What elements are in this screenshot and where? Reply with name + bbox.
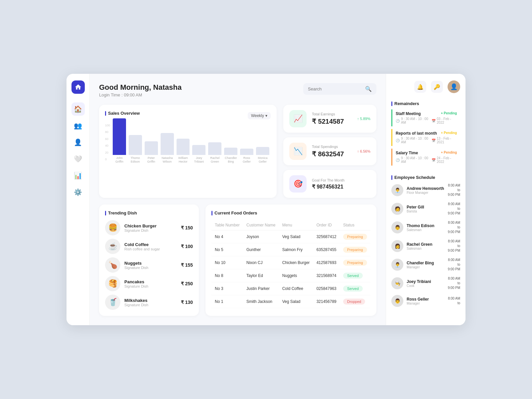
cell-status: Served	[340, 282, 370, 295]
dish-subtitle: Signature Dish	[124, 303, 148, 307]
sidebar-item-settings[interactable]: ⚙️	[71, 186, 85, 199]
bar-item: John Griffin	[113, 118, 126, 164]
bar-label: Rachel Green	[208, 156, 221, 164]
table-row: No 1 Smith Jackson Veg Salad 321456789 D…	[211, 295, 370, 308]
reminder-item: Salary Time + Pending 🕐 9 : 30 AM - 10 :…	[391, 149, 460, 166]
col-orderid: Order ID	[313, 220, 340, 230]
col-status: Status	[340, 220, 370, 230]
sidebar-item-favorites[interactable]: 🤍	[71, 152, 85, 166]
sidebar-item-person[interactable]: 👤	[71, 136, 85, 149]
emp-time: 8:00 AMto9:00 PM	[448, 220, 460, 234]
bar-item: Chandler Bing	[224, 148, 237, 164]
emp-role: Salesman	[407, 228, 445, 232]
bar-item: Natasha Wilson	[161, 133, 174, 164]
search-icon: 🔍	[365, 86, 372, 92]
stat-goal: 🎯 Goal For The Month ₹ 987456321	[283, 170, 376, 198]
dish-price: ₹ 100	[181, 244, 193, 249]
weekly-button[interactable]: Weekly ▾	[248, 112, 271, 119]
dish-subtitle: Signature Dish	[124, 266, 148, 270]
employee-list: 👨‍💼 Andrew Hemsworth Floor Manager 8:00 …	[391, 183, 460, 307]
sidebar-item-chart[interactable]: 📊	[71, 169, 85, 182]
trending-title: Trending Dish	[105, 210, 193, 215]
cell-customer: Joyson	[243, 230, 279, 243]
emp-avatar: 👨‍💼	[391, 184, 403, 196]
bar-item: Monica Geller	[256, 147, 269, 164]
employee-item: 👨 Thomo Edison Salesman 8:00 AMto9:00 PM	[391, 220, 460, 234]
reminder-status: + Pending	[441, 111, 457, 116]
orders-table: Table Number Customer Name Menu Order ID…	[211, 220, 370, 308]
emp-name: Ross Geller	[407, 297, 445, 302]
table-row: No 5 Gunther Salmon Fry 635287455 Prepar…	[211, 243, 370, 256]
emp-role: Floor Manager	[407, 191, 445, 195]
status-badge: Preparing	[343, 234, 367, 240]
earnings-badge: ↑ 5.89%	[357, 117, 370, 121]
bar	[192, 145, 205, 155]
bar	[177, 139, 190, 155]
emp-name: Joey Tribiani	[407, 279, 445, 284]
schedule-title: Employee Schedule	[391, 175, 460, 180]
emp-time: 8:00 AMto9:00 PM	[448, 239, 460, 253]
bar-chart: John GriffinThomo EdisonPeter GriffinNat…	[111, 124, 271, 164]
emp-time: 8:00 AMto9:00 PM	[448, 202, 460, 216]
status-badge: Preparing	[343, 260, 367, 266]
bar	[208, 142, 221, 155]
sidebar-item-users[interactable]: 👥	[71, 119, 85, 132]
cell-status: Dropped	[340, 295, 370, 308]
cell-customer: Gunther	[243, 243, 279, 256]
goal-icon: 🎯	[289, 175, 307, 193]
emp-role: Salesman	[407, 247, 445, 250]
reminders-list: Staff Meeting + Pending 🕐 9 : 30 AM - 10…	[391, 109, 460, 166]
stat-spendings: 📉 Total Spendings ₹ 8632547 ↑ 6.56%	[283, 137, 376, 165]
notification-button[interactable]: 🔔	[414, 81, 426, 93]
bar-item: Thomo Edison	[129, 135, 142, 164]
cell-orderid: 321568974	[313, 269, 340, 282]
dish-name: Cold Coffee	[124, 242, 160, 247]
dish-subtitle: Signature Dish	[124, 228, 157, 232]
search-input[interactable]	[308, 86, 362, 91]
search-bar[interactable]: 🔍	[303, 83, 376, 95]
earnings-value: ₹ 5214587	[312, 117, 352, 125]
y-axis: 100 80 60 40 20 0	[105, 124, 110, 167]
bar	[161, 133, 174, 155]
employee-item: 🧑 Peter Gill Barista 8:00 AMto9:00 PM	[391, 202, 460, 216]
login-button[interactable]: 🔑	[431, 81, 443, 93]
dish-item: 🥤 Milkshakes Signature Dish ₹ 130	[105, 295, 193, 310]
cell-orderid: 412587693	[313, 256, 340, 269]
earnings-icon: 📈	[289, 110, 307, 127]
orders-body: No 4 Joyson Veg Salad 325687412 Preparin…	[211, 230, 370, 308]
sales-header: Sales Overview Weekly ▾	[105, 111, 271, 120]
reminder-title-text: Reports of last month	[396, 131, 437, 136]
table-row: No 8 Taylor Ed Nuggets 321568974 Served	[211, 269, 370, 282]
dish-price: ₹ 250	[181, 281, 193, 286]
right-panel: 🔔 🔑 👤 Remainders Staff Meeting + Pending…	[386, 74, 466, 325]
sidebar-logo[interactable]	[71, 80, 85, 94]
emp-time: 8:00 AMto9:00 PM	[448, 258, 460, 272]
bar	[256, 147, 269, 155]
dish-name: Pancakes	[124, 279, 148, 284]
earnings-label: Total Earnings	[312, 112, 352, 116]
stat-earnings: 📈 Total Earnings ₹ 5214587 ↑ 5.89%	[283, 105, 376, 133]
cell-table: No 5	[211, 243, 243, 256]
emp-name: Rachel Green	[407, 242, 445, 247]
reminder-time: 🕐 9 : 30 AM - 10 : 00 AM 📅 03 - Feb - 20…	[396, 117, 457, 124]
dish-subtitle: Rish coffee and sugar	[124, 247, 160, 251]
col-table: Table Number	[211, 220, 243, 230]
cell-orderid: 321456789	[313, 295, 340, 308]
dish-list: 🍔 Chicken Burger Signature Dish ₹ 150 ☕ …	[105, 220, 193, 310]
emp-role: Manager	[407, 265, 445, 269]
cell-customer: Taylor Ed	[243, 269, 279, 282]
bar-item: Rachel Green	[208, 142, 221, 164]
login-time: Login Time : 09:00 AM	[99, 92, 182, 97]
bar-label: Monica Geller	[256, 156, 269, 164]
emp-role: Manager	[407, 302, 445, 305]
emp-avatar: 👨‍💼	[391, 259, 403, 271]
dish-image: ☕	[105, 239, 120, 254]
user-avatar[interactable]: 👤	[448, 80, 460, 93]
dish-item: ☕ Cold Coffee Rish coffee and sugar ₹ 10…	[105, 239, 193, 254]
cell-orderid: 025847963	[313, 282, 340, 295]
bar-item: Peter Griffin	[145, 141, 158, 164]
sidebar-item-home[interactable]: 🏠	[71, 102, 85, 116]
reminder-status: + Pending	[441, 131, 457, 136]
reminders-section: Remainders Staff Meeting + Pending 🕐 9 :…	[391, 101, 460, 168]
bar-label: Natasha Wilson	[161, 156, 174, 164]
